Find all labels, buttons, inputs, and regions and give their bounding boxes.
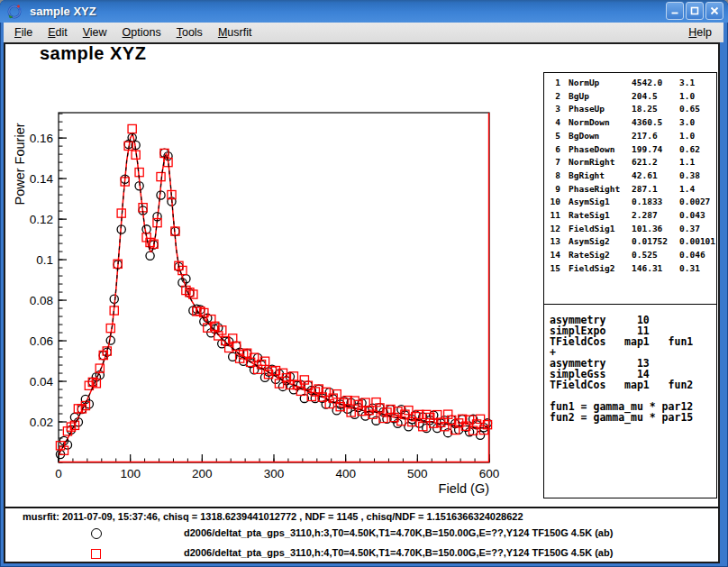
parameter-row: 8BgRight42.610.38 bbox=[544, 169, 716, 183]
theory-line: TFieldCos map1 fun1 bbox=[550, 336, 716, 347]
parameter-val: 0.525 bbox=[632, 249, 679, 262]
parameter-row: 15FieldSig2146.310.31 bbox=[544, 262, 716, 276]
parameter-name: AsymSig2 bbox=[569, 235, 632, 249]
parameter-err: 0.38 bbox=[679, 169, 716, 183]
parameter-val: 18.25 bbox=[632, 103, 679, 116]
parameter-err: 0.046 bbox=[679, 249, 716, 262]
parameter-row: 13AsymSig20.017520.00101 bbox=[544, 235, 716, 249]
fit-curve-dashed bbox=[59, 134, 489, 454]
fit-curve-solid bbox=[59, 134, 489, 454]
parameter-err: 3.1 bbox=[679, 77, 716, 90]
parameter-name: RateSig1 bbox=[569, 209, 632, 223]
parameter-num: 7 bbox=[544, 156, 560, 169]
parameter-val: 146.31 bbox=[632, 262, 679, 276]
parameter-name: FieldSig1 bbox=[569, 223, 632, 236]
parameter-err: 0.043 bbox=[679, 209, 716, 223]
series-square bbox=[56, 124, 491, 454]
svg-text:500: 500 bbox=[407, 467, 428, 480]
parameter-name: AsymSig1 bbox=[569, 196, 632, 209]
svg-text:0.1: 0.1 bbox=[36, 253, 53, 267]
parameter-row: 12FieldSig1101.360.37 bbox=[544, 223, 716, 236]
parameter-row: 1NormUp4542.03.1 bbox=[544, 77, 716, 90]
parameter-box: 1NormUp4542.03.12BgUp204.51.03PhaseUp18.… bbox=[543, 72, 717, 305]
parameter-name: NormUp bbox=[569, 77, 632, 90]
parameter-name: BgRight bbox=[569, 169, 632, 183]
svg-text:0.04: 0.04 bbox=[30, 375, 54, 389]
parameter-val: 217.6 bbox=[632, 130, 679, 143]
parameter-row: 3PhaseUp18.250.65 bbox=[544, 103, 716, 116]
legend-marker-circle bbox=[91, 528, 102, 539]
parameter-val: 0.01752 bbox=[632, 235, 679, 249]
parameter-num: 14 bbox=[544, 249, 560, 262]
fit-info-text: musrfit: 2011-07-09, 15:37:46, chisq = 1… bbox=[23, 511, 523, 522]
parameter-err: 0.31 bbox=[679, 262, 716, 276]
parameter-err: 0.65 bbox=[679, 103, 716, 116]
svg-text:600: 600 bbox=[479, 467, 500, 480]
parameter-num: 4 bbox=[544, 116, 560, 130]
series-circle bbox=[56, 133, 491, 459]
parameter-name: BgUp bbox=[569, 90, 632, 104]
legend-item: d2006/deltat_pta_gps_3110,h:4,T0=4.50K,T… bbox=[0, 544, 716, 564]
parameter-num: 11 bbox=[544, 209, 560, 223]
y-axis-title: Power Fourier bbox=[13, 123, 27, 205]
parameter-val: 42.61 bbox=[632, 169, 679, 183]
parameter-row: 14RateSig20.5250.046 bbox=[544, 249, 716, 262]
parameter-val: 621.2 bbox=[632, 156, 679, 169]
parameter-num: 9 bbox=[544, 183, 560, 197]
svg-text:0.06: 0.06 bbox=[30, 334, 53, 348]
svg-text:400: 400 bbox=[335, 467, 356, 480]
statusbar-divider bbox=[5, 507, 720, 508]
parameter-err: 1.1 bbox=[679, 156, 716, 169]
svg-text:200: 200 bbox=[192, 467, 213, 480]
parameter-err: 0.00101 bbox=[679, 235, 716, 249]
parameter-name: RateSig2 bbox=[569, 249, 632, 262]
fit-curve-edge bbox=[59, 113, 489, 462]
svg-text:0.12: 0.12 bbox=[30, 213, 53, 226]
parameter-val: 2.287 bbox=[632, 209, 679, 223]
parameter-row: 11RateSig12.2870.043 bbox=[544, 209, 716, 223]
parameter-err: 1.0 bbox=[679, 130, 716, 143]
parameter-val: 4360.5 bbox=[632, 116, 679, 130]
parameter-val: 0.1833 bbox=[632, 196, 679, 209]
parameter-err: 0.62 bbox=[679, 143, 716, 157]
legend-label: d2006/deltat_pta_gps_3110,h:4,T0=4.50K,T… bbox=[184, 547, 613, 558]
parameter-val: 204.5 bbox=[632, 90, 679, 104]
parameter-num: 3 bbox=[544, 103, 560, 116]
parameter-num: 13 bbox=[544, 235, 560, 249]
plot-axes: 01002003004005006000.020.040.060.080.10.… bbox=[13, 113, 499, 496]
parameter-err: 3.0 bbox=[679, 116, 716, 130]
parameter-row: 10AsymSig10.18330.0027 bbox=[544, 196, 716, 209]
legend-marker-square bbox=[91, 549, 101, 559]
parameter-err: 1.4 bbox=[679, 183, 716, 197]
parameter-row: 2BgUp204.51.0 bbox=[544, 90, 716, 104]
svg-text:0.02: 0.02 bbox=[30, 416, 53, 429]
svg-text:100: 100 bbox=[120, 467, 141, 480]
svg-text:0.16: 0.16 bbox=[30, 132, 53, 145]
parameter-num: 8 bbox=[544, 169, 560, 183]
parameter-err: 1.0 bbox=[679, 90, 716, 104]
parameter-num: 15 bbox=[544, 262, 560, 276]
theory-box: asymmetry 10simplExpo 11TFieldCos map1 f… bbox=[543, 305, 717, 498]
parameter-name: PhaseRight bbox=[569, 183, 632, 197]
parameter-num: 5 bbox=[544, 130, 560, 143]
parameter-row: 4NormDown4360.53.0 bbox=[544, 116, 716, 130]
parameter-num: 12 bbox=[544, 223, 560, 236]
svg-text:0.14: 0.14 bbox=[30, 172, 54, 186]
legend-item: d2006/deltat_pta_gps_3110,h:3,T0=4.50K,T… bbox=[0, 525, 716, 544]
parameter-row: 6PhaseDown199.740.62 bbox=[544, 143, 716, 157]
parameter-name: FieldSig2 bbox=[569, 262, 632, 276]
parameter-err: 0.37 bbox=[679, 223, 716, 236]
parameter-num: 2 bbox=[544, 90, 560, 104]
parameter-num: 10 bbox=[544, 196, 560, 209]
parameter-val: 199.74 bbox=[632, 143, 679, 157]
parameter-num: 1 bbox=[544, 77, 560, 90]
parameter-val: 4542.0 bbox=[632, 77, 679, 90]
parameter-name: PhaseUp bbox=[569, 103, 632, 116]
legend: d2006/deltat_pta_gps_3110,h:3,T0=4.50K,T… bbox=[0, 525, 716, 564]
parameter-val: 287.1 bbox=[632, 183, 679, 197]
parameter-name: PhaseDown bbox=[569, 143, 632, 157]
app-window: sample XYZ FileEditViewOptionsToolsMusrf… bbox=[0, 0, 728, 567]
parameter-val: 101.36 bbox=[632, 223, 679, 236]
theory-line: TFieldCos map1 fun2 bbox=[550, 380, 716, 390]
svg-text:0: 0 bbox=[55, 467, 62, 480]
